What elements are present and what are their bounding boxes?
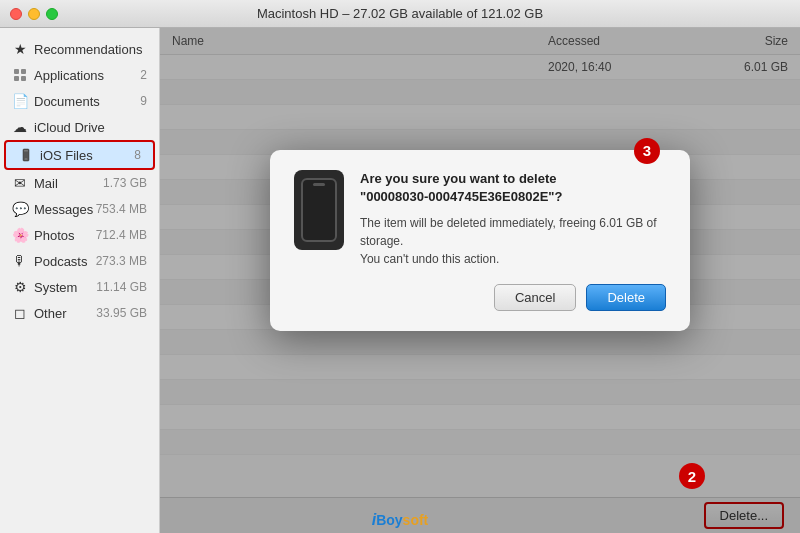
sidebar-size-other: 33.95 GB xyxy=(96,306,147,320)
sidebar: ★ Recommendations Applications 2 📄 Docum… xyxy=(0,28,160,533)
system-icon: ⚙ xyxy=(12,279,28,295)
watermark-soft: soft xyxy=(403,512,429,528)
ios-files-icon xyxy=(18,147,34,163)
sidebar-label-recommendations: Recommendations xyxy=(34,42,147,57)
dialog: Are you sure you want to deleteAre you s… xyxy=(270,150,690,331)
sidebar-label-ios-files: iOS Files xyxy=(40,148,134,163)
sidebar-label-photos: Photos xyxy=(34,228,96,243)
dialog-body: The item will be deleted immediately, fr… xyxy=(360,214,666,268)
minimize-button[interactable] xyxy=(28,8,40,20)
sidebar-item-applications[interactable]: Applications 2 xyxy=(0,62,159,88)
sidebar-label-other: Other xyxy=(34,306,96,321)
sidebar-size-mail: 1.73 GB xyxy=(103,176,147,190)
dialog-text-area: Are you sure you want to deleteAre you s… xyxy=(360,170,666,268)
svg-rect-5 xyxy=(24,151,28,152)
sidebar-item-system[interactable]: ⚙ System 11.14 GB xyxy=(0,274,159,300)
annotation-3: 3 xyxy=(634,138,660,164)
sidebar-label-applications: Applications xyxy=(34,68,140,83)
svg-rect-2 xyxy=(14,76,19,81)
sidebar-item-mail[interactable]: ✉ Mail 1.73 GB xyxy=(0,170,159,196)
sidebar-label-documents: Documents xyxy=(34,94,140,109)
annotation-2: 2 xyxy=(679,463,705,489)
sidebar-size-documents: 9 xyxy=(140,94,147,108)
cancel-button[interactable]: Cancel xyxy=(494,284,576,311)
sidebar-item-messages[interactable]: 💬 Messages 753.4 MB xyxy=(0,196,159,222)
sidebar-size-system: 11.14 GB xyxy=(96,280,147,294)
svg-rect-6 xyxy=(25,159,28,160)
sidebar-label-system: System xyxy=(34,280,96,295)
sidebar-item-ios-files[interactable]: iOS Files 8 xyxy=(4,140,155,170)
watermark-boy: Boy xyxy=(376,512,402,528)
podcasts-icon: 🎙 xyxy=(12,253,28,269)
svg-rect-0 xyxy=(14,69,19,74)
mail-icon: ✉ xyxy=(12,175,28,191)
sidebar-item-recommendations[interactable]: ★ Recommendations xyxy=(0,36,159,62)
title-bar: Macintosh HD – 27.02 GB available of 121… xyxy=(0,0,800,28)
sidebar-label-messages: Messages xyxy=(34,202,96,217)
watermark: iBoysoft xyxy=(372,511,429,529)
window-title: Macintosh HD – 27.02 GB available of 121… xyxy=(257,6,543,21)
messages-icon: 💬 xyxy=(12,201,28,217)
sidebar-item-documents[interactable]: 📄 Documents 9 xyxy=(0,88,159,114)
sidebar-label-podcasts: Podcasts xyxy=(34,254,96,269)
svg-rect-3 xyxy=(21,76,26,81)
sidebar-size-ios-files: 8 xyxy=(134,148,141,162)
delete-button[interactable]: Delete xyxy=(586,284,666,311)
applications-icon xyxy=(12,67,28,83)
sidebar-item-photos[interactable]: 🌸 Photos 712.4 MB xyxy=(0,222,159,248)
sidebar-item-podcasts[interactable]: 🎙 Podcasts 273.3 MB xyxy=(0,248,159,274)
sidebar-item-other[interactable]: ◻ Other 33.95 GB xyxy=(0,300,159,326)
main-layout: ★ Recommendations Applications 2 📄 Docum… xyxy=(0,28,800,533)
sidebar-size-applications: 2 xyxy=(140,68,147,82)
sidebar-size-podcasts: 273.3 MB xyxy=(96,254,147,268)
close-button[interactable] xyxy=(10,8,22,20)
modal-overlay: Are you sure you want to deleteAre you s… xyxy=(160,28,800,533)
documents-icon: 📄 xyxy=(12,93,28,109)
dialog-buttons: Cancel Delete xyxy=(294,284,666,311)
sidebar-label-icloud: iCloud Drive xyxy=(34,120,147,135)
sidebar-size-photos: 712.4 MB xyxy=(96,228,147,242)
dialog-content: Are you sure you want to deleteAre you s… xyxy=(294,170,666,268)
photos-icon: 🌸 xyxy=(12,227,28,243)
traffic-lights xyxy=(10,8,58,20)
icloud-icon: ☁ xyxy=(12,119,28,135)
content-area: Name Accessed Size 2020, 16:40 6.01 GB xyxy=(160,28,800,533)
sidebar-label-mail: Mail xyxy=(34,176,103,191)
sidebar-size-messages: 753.4 MB xyxy=(96,202,147,216)
dialog-phone-icon xyxy=(294,170,344,250)
svg-rect-1 xyxy=(21,69,26,74)
dialog-title: Are you sure you want to deleteAre you s… xyxy=(360,170,666,206)
recommendations-icon: ★ xyxy=(12,41,28,57)
other-icon: ◻ xyxy=(12,305,28,321)
phone-screen xyxy=(301,178,337,242)
maximize-button[interactable] xyxy=(46,8,58,20)
sidebar-item-icloud-drive[interactable]: ☁ iCloud Drive xyxy=(0,114,159,140)
